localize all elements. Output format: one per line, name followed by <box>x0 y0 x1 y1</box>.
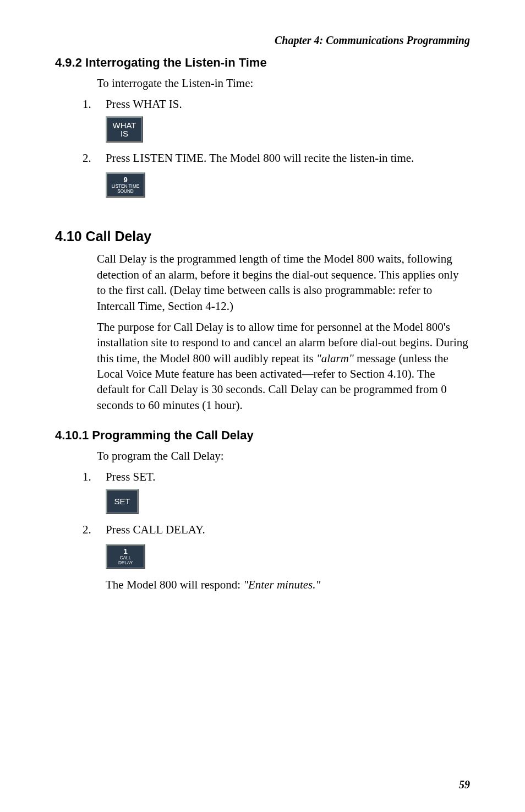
step-number: 1. <box>83 469 106 484</box>
button-line1: WHAT <box>112 121 136 130</box>
button-sub1: LISTEN TIME <box>112 184 139 189</box>
button-label: SET <box>114 497 130 506</box>
step-2-row: 2. Press LISTEN TIME. The Model 800 will… <box>83 150 470 166</box>
call-delay-button: 1 CALL DELAY <box>106 542 145 569</box>
button-sub1: CALL <box>120 555 131 560</box>
p2-em: "alarm" <box>316 352 354 365</box>
button-sub2: DELAY <box>118 560 133 565</box>
heading-4-10-1: 4.10.1 Programming the Call Delay <box>55 427 470 444</box>
button-sub2: SOUND <box>117 189 134 194</box>
intro-4-10-1: To program the Call Delay: <box>97 448 470 464</box>
button-number: 1 <box>123 548 127 555</box>
step-1-row: 1. Press WHAT IS. <box>83 96 470 112</box>
step-number: 1. <box>83 96 106 112</box>
step-1-row-b: 1. Press SET. <box>83 469 470 484</box>
paragraph-4-10-1: Call Delay is the programmed length of t… <box>97 251 470 313</box>
step-text: Press SET. <box>106 469 470 484</box>
step-number: 2. <box>83 150 106 166</box>
listen-time-button: 9 LISTEN TIME SOUND <box>106 171 145 198</box>
button-number: 9 <box>123 176 127 183</box>
step-number: 2. <box>83 522 106 537</box>
step-text: Press CALL DELAY. <box>106 522 470 537</box>
heading-4-9-2: 4.9.2 Interrogating the Listen-in Time <box>55 55 470 71</box>
page-number: 59 <box>459 777 470 792</box>
set-button: SET <box>106 489 139 514</box>
step-2-row-b: 2. Press CALL DELAY. <box>83 522 470 537</box>
paragraph-4-10-2: The purpose for Call Delay is to allow t… <box>97 319 470 413</box>
chapter-header: Chapter 4: Communications Programming <box>55 33 470 48</box>
response-line: The Model 800 will respond: "Enter minut… <box>106 577 470 592</box>
what-is-button: WHAT IS <box>106 116 143 143</box>
heading-4-10: 4.10 Call Delay <box>55 227 470 246</box>
step-text: Press LISTEN TIME. The Model 800 will re… <box>106 150 470 166</box>
resp-a: The Model 800 will respond: <box>106 578 243 591</box>
step-text: Press WHAT IS. <box>106 96 470 112</box>
button-line2: IS <box>121 129 128 138</box>
resp-em: "Enter minutes." <box>243 578 320 591</box>
intro-4-9-2: To interrogate the Listen-in Time: <box>97 75 470 91</box>
